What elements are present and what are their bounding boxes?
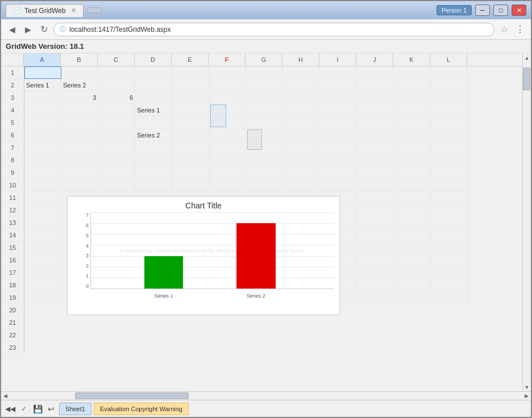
row-num-3[interactable]: 3 [1, 91, 24, 104]
warning-tab[interactable]: Evaluation Copyright Warning [94, 403, 189, 415]
scroll-track[interactable] [523, 62, 531, 383]
col-header-J[interactable]: J [356, 53, 393, 66]
col-header-E[interactable]: E [172, 53, 209, 66]
nav-first-button[interactable]: ◀◀ [5, 403, 16, 415]
col-header-K[interactable]: K [393, 53, 430, 66]
cell-I6[interactable] [320, 129, 357, 141]
horizontal-scrollbar[interactable]: ◀ ▶ [1, 391, 531, 400]
cell-L1[interactable] [431, 66, 468, 79]
cell-E5[interactable] [172, 116, 209, 129]
nav-save-button[interactable]: 💾 [32, 403, 43, 415]
cell-K6[interactable] [394, 129, 431, 141]
cell-A4[interactable] [24, 104, 61, 116]
nav-undo-button[interactable]: ↩ [45, 403, 57, 415]
cell-B1[interactable] [61, 66, 98, 79]
cell-K4[interactable] [394, 104, 431, 116]
cell-H4[interactable] [283, 104, 320, 116]
cell-C2[interactable] [98, 79, 135, 91]
close-button[interactable]: ✕ [512, 5, 526, 16]
cell-D1[interactable] [135, 66, 172, 79]
row-num-23[interactable]: 23 [1, 341, 24, 354]
hscroll-left-button[interactable]: ◀ [1, 392, 10, 400]
cell-B6[interactable] [61, 129, 98, 141]
cell-C5[interactable] [98, 116, 135, 129]
cell-B3[interactable]: 3 [61, 91, 98, 104]
cell-A7[interactable] [24, 141, 61, 154]
close-tab-icon[interactable]: ✕ [71, 7, 76, 14]
cell-K5[interactable] [394, 116, 431, 129]
row-num-17[interactable]: 17 [1, 266, 24, 279]
cell-D2[interactable] [135, 79, 172, 91]
row-num-18[interactable]: 18 [1, 279, 24, 291]
col-header-G[interactable]: G [246, 53, 282, 66]
row-num-4[interactable]: 4 [1, 104, 24, 116]
cell-A5[interactable] [24, 116, 61, 129]
hscroll-right-button[interactable]: ▶ [522, 392, 531, 400]
cell-G3[interactable] [246, 91, 283, 104]
scroll-thumb[interactable] [523, 68, 530, 90]
col-header-L[interactable]: L [430, 53, 467, 66]
cell-F3[interactable] [209, 91, 246, 104]
cell-J4[interactable] [357, 104, 394, 116]
cell-A1[interactable] [24, 66, 61, 79]
hscroll-track[interactable] [18, 392, 514, 399]
col-header-B[interactable]: B [61, 53, 98, 66]
cell-F2[interactable] [209, 79, 246, 91]
cell-G2[interactable] [246, 79, 283, 91]
col-header-H[interactable]: H [282, 53, 319, 66]
active-tab[interactable]: 📄 Test GridWeb ✕ [6, 4, 84, 17]
cell-J5[interactable] [357, 116, 394, 129]
row-num-15[interactable]: 15 [1, 241, 24, 254]
cell-L6[interactable] [431, 129, 468, 141]
cell-G1[interactable] [246, 66, 283, 79]
user-button[interactable]: Person 1 [437, 5, 472, 15]
cell-F6[interactable] [209, 129, 246, 141]
row-num-20[interactable]: 20 [1, 304, 24, 316]
nav-check-button[interactable]: ✓ [18, 403, 30, 415]
forward-button[interactable]: ▶ [22, 23, 34, 36]
row-num-5[interactable]: 5 [1, 116, 24, 129]
cell-A6[interactable] [24, 129, 61, 141]
cell-C1[interactable] [98, 66, 135, 79]
vertical-scrollbar[interactable]: ▲ ▼ [522, 53, 531, 391]
row-num-22[interactable]: 22 [1, 329, 24, 341]
cell-H1[interactable] [283, 66, 320, 79]
row-num-2[interactable]: 2 [1, 79, 24, 91]
cell-E1[interactable] [172, 66, 209, 79]
col-header-C[interactable]: C [98, 53, 135, 66]
cell-J3[interactable] [357, 91, 394, 104]
cell-I4[interactable] [320, 104, 357, 116]
cell-I5[interactable] [320, 116, 357, 129]
row-num-1[interactable]: 1 [1, 66, 24, 79]
cell-J2[interactable] [357, 79, 394, 91]
cell-E2[interactable] [172, 79, 209, 91]
cell-L4[interactable] [431, 104, 468, 116]
col-header-I[interactable]: I [319, 53, 356, 66]
cell-A2[interactable]: Series 1 [24, 79, 61, 91]
favorite-button[interactable]: ☆ [498, 23, 510, 36]
browser-menu-button[interactable]: ⋮ [514, 23, 526, 36]
cell-B2[interactable]: Series 2 [61, 79, 98, 91]
scroll-up-button[interactable]: ▲ [523, 53, 531, 62]
cell-K2[interactable] [394, 79, 431, 91]
cell-H6[interactable] [283, 129, 320, 141]
cell-I2[interactable] [320, 79, 357, 91]
cell-C6[interactable] [98, 129, 135, 141]
scroll-down-button[interactable]: ▼ [523, 383, 531, 391]
cell-F1[interactable] [209, 66, 246, 79]
row-num-19[interactable]: 19 [1, 291, 24, 304]
cell-D6[interactable]: Series 2 [135, 129, 172, 141]
row-num-9[interactable]: 9 [1, 166, 24, 179]
col-header-F[interactable]: F [209, 53, 246, 66]
cell-D5[interactable] [135, 116, 172, 129]
sheet1-tab[interactable]: Sheet1 [59, 403, 92, 415]
row-num-8[interactable]: 8 [1, 154, 24, 166]
cell-L2[interactable] [431, 79, 468, 91]
cell-F4[interactable] [209, 104, 246, 116]
row-num-7[interactable]: 7 [1, 141, 24, 154]
maximize-button[interactable]: □ [493, 5, 508, 16]
cell-H3[interactable] [283, 91, 320, 104]
minimize-button[interactable]: ─ [475, 5, 490, 16]
cell-I1[interactable] [320, 66, 357, 79]
cell-I3[interactable] [320, 91, 357, 104]
